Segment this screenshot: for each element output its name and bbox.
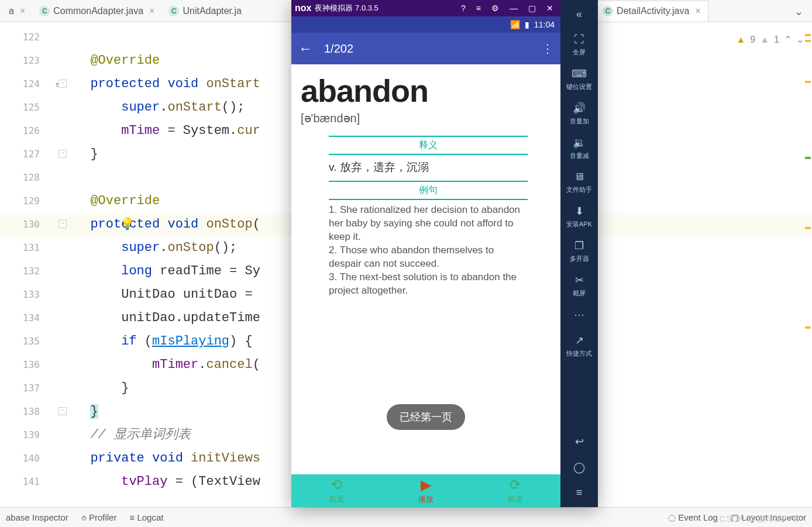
- nox-side-toolbar: « ⛶全屏 ⌨键位设置 🔊音量加 🔉音量减 🖥文件助手 ⬇安装APK ❐多开器 …: [560, 0, 598, 507]
- fold-icon[interactable]: −: [59, 220, 67, 228]
- tab-detail-activity[interactable]: CDetailActivity.java×: [597, 1, 708, 22]
- line-gutter: 122 123 124 125 126 127 128 129 130 131 …: [0, 22, 51, 502]
- help-icon[interactable]: ?: [457, 4, 469, 13]
- nav-forward-button[interactable]: ⟳前进: [508, 477, 523, 505]
- nav-back-button[interactable]: ⟲后退: [329, 477, 344, 505]
- back-arrow-icon[interactable]: ←: [298, 40, 324, 57]
- multi-instance-button[interactable]: ❐多开器: [560, 235, 598, 269]
- overflow-menu-icon[interactable]: ⋮: [542, 42, 553, 56]
- android-status-bar: 📶 ▮ 11:04: [291, 16, 560, 33]
- android-back-button[interactable]: ↩: [560, 430, 598, 456]
- balloon-icon: ◌: [668, 512, 676, 522]
- profiler-icon: ⌾: [81, 512, 87, 522]
- android-home-button[interactable]: ◯: [560, 456, 598, 482]
- lightbulb-icon[interactable]: 💡: [119, 213, 135, 236]
- class-icon: C: [39, 6, 50, 16]
- class-icon: C: [603, 6, 613, 16]
- word-headline: abandon: [301, 73, 551, 109]
- bottom-nav: ⟲后退 ▶播放 ⟳前进: [291, 474, 560, 507]
- section-definition-header: 释义: [329, 136, 528, 155]
- fold-icon[interactable]: −: [59, 150, 67, 158]
- more-icon[interactable]: ⋯: [560, 304, 598, 329]
- toast-message: 已经第一页: [387, 404, 465, 430]
- logcat-icon: ≡: [129, 512, 135, 522]
- emulator-window: nox 夜神模拟器 7.0.3.5 ? ≡ ⚙ — ▢ ✕ 📶 ▮ 11:04 …: [291, 0, 598, 507]
- close-icon[interactable]: ×: [147, 6, 157, 16]
- event-log-button[interactable]: ◌ Event Log: [668, 512, 718, 523]
- menu-icon[interactable]: ≡: [473, 4, 484, 13]
- profiler-button[interactable]: ⌾ Profiler: [81, 512, 117, 522]
- tool-window-bar: abase Inspector ⌾ Profiler ≡ Logcat ◌ Ev…: [0, 507, 812, 527]
- close-icon[interactable]: ×: [18, 6, 27, 16]
- gear-icon[interactable]: ⚙: [488, 4, 503, 13]
- nox-titlebar: nox 夜神模拟器 7.0.3.5 ? ≡ ⚙ — ▢ ✕: [291, 0, 560, 16]
- shortcut-button[interactable]: ↗快捷方式: [560, 329, 598, 364]
- section-examples-header: 例句: [329, 182, 528, 200]
- collapse-icon[interactable]: «: [560, 4, 598, 29]
- chevron-down-icon[interactable]: ⌄: [786, 4, 812, 18]
- battery-icon: ▮: [525, 20, 529, 29]
- minimize-icon[interactable]: —: [506, 4, 521, 13]
- close-icon[interactable]: ✕: [543, 4, 557, 13]
- class-icon: C: [168, 6, 179, 16]
- definition-text: v. 放弃，遗弃，沉溺: [329, 155, 528, 182]
- previous-icon: ⟲: [329, 477, 344, 493]
- app-toolbar: ← 1/202 ⋮: [291, 33, 560, 64]
- watermark: CSDN @振华OPPO: [720, 514, 800, 525]
- fold-icon[interactable]: −: [59, 80, 67, 88]
- screenshot-button[interactable]: ✂截屏: [560, 269, 598, 304]
- volume-down-button[interactable]: 🔉音量减: [560, 132, 598, 166]
- fold-icon[interactable]: −: [59, 407, 67, 415]
- wifi-icon: 📶: [510, 20, 520, 29]
- phonetic: [ə'bændən]: [301, 111, 551, 125]
- close-icon[interactable]: ×: [693, 6, 703, 16]
- nav-play-button[interactable]: ▶播放: [418, 477, 433, 505]
- status-time: 11:04: [534, 20, 555, 29]
- volume-up-button[interactable]: 🔊音量加: [560, 97, 598, 132]
- word-card: abandon [ə'bændən] 释义 v. 放弃，遗弃，沉溺 例句 1. …: [291, 64, 560, 474]
- tab-partial-a[interactable]: a×: [4, 1, 33, 22]
- db-inspector-button[interactable]: abase Inspector: [6, 512, 68, 522]
- logcat-button[interactable]: ≡ Logcat: [129, 512, 163, 522]
- examples-list: 1. She rationalized her decision to aban…: [329, 200, 528, 298]
- maximize-icon[interactable]: ▢: [525, 4, 539, 13]
- tab-common-adapter[interactable]: CCommonAdapter.java×: [34, 1, 162, 22]
- tab-unit-adapter[interactable]: CUnitAdapter.ja: [163, 1, 247, 22]
- page-counter: 1/202: [324, 42, 353, 56]
- nox-logo: nox: [295, 3, 311, 13]
- file-helper-button[interactable]: 🖥文件助手: [560, 166, 598, 200]
- install-apk-button[interactable]: ⬇安装APK: [560, 200, 598, 235]
- error-stripe[interactable]: [804, 22, 812, 502]
- android-recents-button[interactable]: ≡: [560, 482, 598, 507]
- next-icon: ⟳: [508, 477, 523, 493]
- fullscreen-button[interactable]: ⛶全屏: [560, 29, 598, 63]
- keymap-button[interactable]: ⌨键位设置: [560, 63, 598, 97]
- play-icon: ▶: [418, 477, 433, 493]
